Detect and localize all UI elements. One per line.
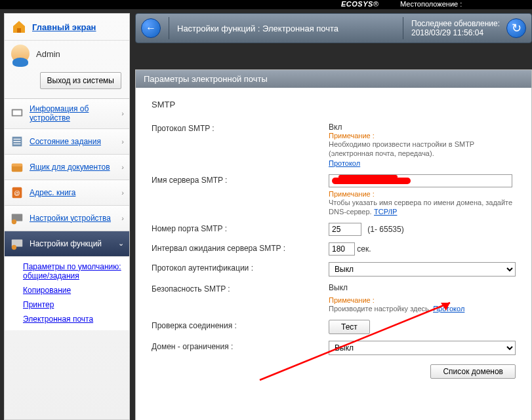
- nav-device-settings[interactable]: Настройки устройства›: [5, 206, 129, 231]
- nav-address-book[interactable]: @ Адрес. книга›: [5, 180, 129, 206]
- svg-point-11: [12, 245, 16, 250]
- svg-rect-5: [12, 163, 23, 166]
- chevron-right-icon: ›: [121, 163, 124, 171]
- domain-list-button[interactable]: Список доменов: [430, 364, 516, 379]
- server-note: Чтобы указать имя сервера по имени домен…: [329, 199, 512, 216]
- device-info-icon: [10, 106, 24, 121]
- server-label: Имя сервера SMTP :: [152, 174, 329, 185]
- redacted-icon: [332, 175, 411, 187]
- subnav-defaults[interactable]: Параметры по умолчанию: общие/задания: [23, 259, 129, 283]
- nav-function-settings[interactable]: Настройки функций⌄: [5, 231, 129, 257]
- domain-label: Домен - ограничения :: [152, 341, 329, 351]
- sidebar-home[interactable]: Главный экран: [5, 14, 129, 41]
- nav-list: Информация об устройстве› Состояние зада…: [5, 99, 129, 257]
- timeout-input[interactable]: [329, 242, 355, 256]
- chevron-down-icon: ⌄: [118, 239, 124, 248]
- function-settings-icon: [10, 237, 24, 251]
- home-link[interactable]: Главный экран: [32, 22, 96, 32]
- protocol-label: Протокол SMTP :: [152, 123, 329, 133]
- svg-rect-0: [17, 28, 21, 33]
- security-label: Безопасность SMTP :: [152, 283, 329, 294]
- device-settings-icon: [10, 211, 24, 225]
- address-book-icon: @: [10, 185, 24, 200]
- svg-point-9: [12, 220, 16, 224]
- logout-button[interactable]: Выход из системы: [40, 72, 121, 89]
- test-label: Проверка соединения :: [152, 320, 329, 330]
- sidebar-user: Admin: [5, 41, 129, 66]
- tcpip-link[interactable]: TCP/IP: [374, 208, 397, 216]
- chevron-right-icon: ›: [121, 138, 124, 145]
- protocol-note: Необходимо произвести настройки в SMTP (…: [329, 140, 516, 159]
- chevron-right-icon: ›: [121, 189, 124, 197]
- svg-text:@: @: [14, 189, 20, 196]
- timeout-label: Интервал ожидания сервера SMTP :: [152, 242, 329, 253]
- subnav-list: Параметры по умолчанию: общие/задания Ко…: [5, 257, 129, 330]
- home-icon: [11, 19, 27, 35]
- nav-document-box[interactable]: Ящик для документов›: [5, 155, 129, 180]
- auth-label: Протокол аутентификации :: [152, 262, 329, 273]
- section-title: SMTP: [152, 100, 516, 109]
- nav-job-status[interactable]: Состояние задания›: [5, 129, 129, 155]
- subnav-email[interactable]: Электронная почта: [23, 312, 129, 326]
- last-update: Последнее обновление: 2018/03/29 11:56:0…: [411, 19, 500, 37]
- security-note: Производите настройку здесь.: [329, 305, 431, 313]
- subnav-copy[interactable]: Копирование: [23, 283, 129, 297]
- panel-title: Параметры электронной почты: [136, 70, 531, 88]
- note-label: Примечание :: [329, 296, 516, 304]
- settings-panel: Параметры электронной почты SMTP Протоко…: [135, 69, 532, 420]
- location-label: Местоположение :: [400, 0, 462, 8]
- back-button[interactable]: ←: [141, 18, 161, 38]
- port-label: Номер порта SMTP :: [152, 223, 329, 233]
- document-box-icon: [10, 160, 24, 174]
- breadcrumb: Настройки функций : Электронная почта: [177, 24, 395, 33]
- svg-rect-2: [13, 111, 22, 115]
- refresh-button[interactable]: ↻: [506, 18, 526, 38]
- domain-select[interactable]: Выкл: [329, 341, 516, 355]
- port-input[interactable]: [329, 223, 361, 236]
- nav-device-info[interactable]: Информация об устройстве›: [5, 99, 129, 129]
- avatar-icon: [11, 45, 30, 63]
- port-range: (1- 65535): [367, 225, 403, 234]
- security-value: Выкл: [329, 283, 516, 292]
- page-header: ← Настройки функций : Электронная почта …: [135, 13, 532, 43]
- job-status-icon: [10, 134, 24, 149]
- timeout-unit: сек.: [357, 244, 371, 254]
- note-label: Примечание :: [329, 132, 516, 140]
- protocol-link[interactable]: Протокол: [329, 159, 360, 167]
- main: ← Настройки функций : Электронная почта …: [135, 13, 532, 420]
- auth-select[interactable]: Выкл: [329, 262, 516, 277]
- security-link[interactable]: Протокол: [433, 305, 464, 313]
- note-label: Примечание :: [329, 190, 516, 198]
- chevron-right-icon: ›: [121, 109, 124, 117]
- protocol-value: Вкл: [329, 123, 516, 132]
- test-button[interactable]: Тест: [329, 320, 370, 334]
- user-name: Admin: [36, 49, 60, 59]
- sidebar: Главный экран Admin Выход из системы Инф…: [4, 13, 130, 420]
- chevron-right-icon: ›: [121, 214, 124, 222]
- brand-logo: ECOSYS: [341, 0, 373, 8]
- subnav-printer[interactable]: Принтер: [23, 297, 129, 312]
